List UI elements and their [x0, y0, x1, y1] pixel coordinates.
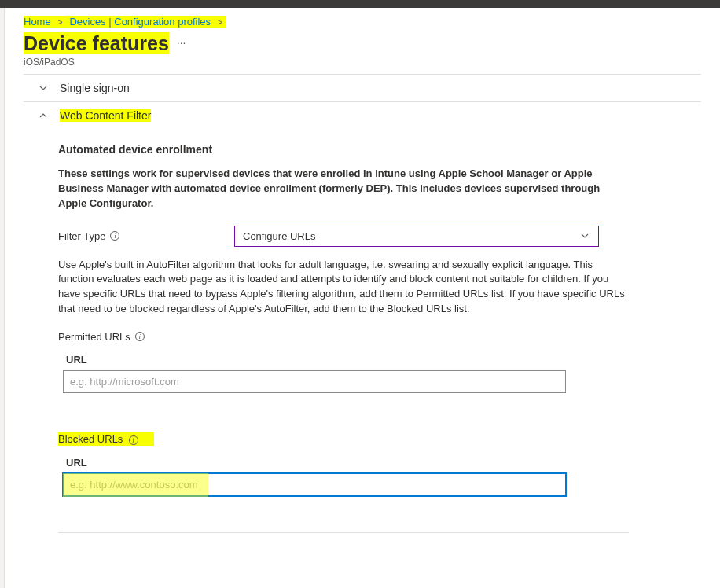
section-label-wcf: Web Content Filter — [60, 109, 151, 122]
info-icon[interactable]: i — [110, 231, 119, 241]
filter-type-select[interactable]: Configure URLs — [234, 226, 599, 247]
filter-description: Use Apple's built in AutoFilter algorith… — [58, 258, 629, 317]
section-label-sso: Single sign-on — [60, 82, 130, 94]
page-title: Device features — [24, 32, 169, 55]
left-nav-edge — [0, 8, 5, 588]
permitted-url-input[interactable] — [63, 370, 566, 393]
breadcrumb: Home > Devices | Configuration profiles … — [24, 16, 701, 28]
blocked-url-column-header: URL — [58, 452, 629, 473]
permitted-url-column-header: URL — [58, 349, 629, 370]
divider — [58, 532, 629, 533]
enrollment-description: These settings work for supervised devic… — [58, 167, 629, 211]
section-single-sign-on[interactable]: Single sign-on — [24, 75, 701, 101]
breadcrumb-home[interactable]: Home — [24, 16, 51, 28]
permitted-urls-label: Permitted URLs i — [58, 331, 629, 343]
breadcrumb-devices[interactable]: Devices — [69, 16, 105, 28]
filter-type-value: Configure URLs — [243, 230, 316, 242]
blocked-urls-label: Blocked URLs i — [58, 432, 629, 446]
more-actions-button[interactable]: ··· — [177, 36, 186, 52]
chevron-up-icon — [38, 110, 49, 121]
info-icon[interactable]: i — [129, 435, 138, 445]
breadcrumb-separator: > — [53, 17, 66, 27]
chevron-down-icon — [579, 230, 590, 241]
breadcrumb-separator: > — [214, 17, 226, 27]
breadcrumb-config-profiles[interactable]: Configuration profiles — [114, 16, 211, 28]
page-subtitle: iOS/iPadOS — [24, 57, 701, 68]
info-icon[interactable]: i — [135, 332, 145, 341]
window-title-bar — [0, 0, 720, 8]
blocked-url-input[interactable] — [63, 473, 566, 496]
chevron-down-icon — [38, 83, 49, 94]
filter-type-label: Filter Type i — [58, 230, 234, 242]
section-web-content-filter[interactable]: Web Content Filter — [24, 102, 701, 129]
enrollment-heading: Automated device enrollment — [58, 143, 629, 156]
